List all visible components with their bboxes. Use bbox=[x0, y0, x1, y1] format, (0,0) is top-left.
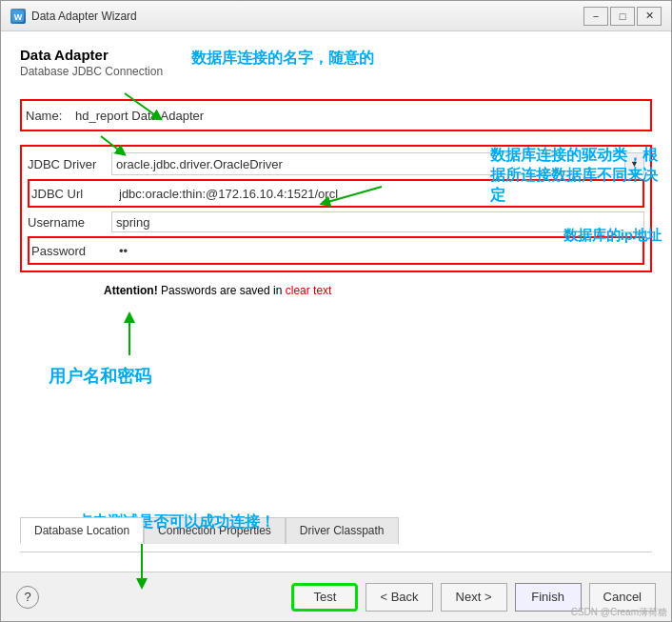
password-row: Password bbox=[28, 236, 644, 265]
password-label: Password bbox=[31, 244, 108, 258]
window-controls: − □ ✕ bbox=[583, 7, 662, 26]
app-icon: W bbox=[10, 9, 26, 24]
title-bar-left: W Data Adapter Wizard bbox=[10, 9, 137, 24]
tab-driver-classpath[interactable]: Driver Classpath bbox=[286, 517, 399, 544]
annotation-driver: 数据库连接的驱动类，根据所连接数据库不同来决定 bbox=[490, 146, 662, 206]
watermark: CSDN @Cream薄荷糖 bbox=[571, 606, 667, 619]
tabs-divider bbox=[20, 552, 652, 552]
tabs-section: Database Location Connection Properties … bbox=[20, 498, 652, 544]
username-label: Username bbox=[28, 215, 104, 230]
attention-text: Passwords are saved in bbox=[161, 284, 286, 297]
attention-highlight: clear text bbox=[286, 284, 332, 297]
next-button[interactable]: Next > bbox=[441, 583, 507, 612]
close-button[interactable]: ✕ bbox=[637, 7, 662, 26]
help-button[interactable]: ? bbox=[16, 586, 39, 609]
annotation-credentials: 用户名和密码 bbox=[49, 365, 151, 388]
annotation-name: 数据库连接的名字，随意的 bbox=[191, 49, 374, 69]
title-bar: W Data Adapter Wizard − □ ✕ bbox=[1, 1, 671, 31]
username-row: Username bbox=[28, 211, 644, 232]
arrow-password bbox=[110, 308, 158, 365]
minimize-button[interactable]: − bbox=[583, 7, 608, 26]
svg-text:W: W bbox=[14, 12, 23, 22]
password-input[interactable] bbox=[115, 240, 641, 261]
main-window: W Data Adapter Wizard − □ ✕ Data Adapter… bbox=[0, 0, 672, 622]
maximize-button[interactable]: □ bbox=[610, 7, 635, 26]
name-input[interactable] bbox=[71, 105, 646, 126]
back-button[interactable]: < Back bbox=[366, 583, 432, 612]
name-label: Name: bbox=[26, 109, 64, 123]
dialog-content: Data Adapter Database JDBC Connection 数据… bbox=[1, 31, 671, 572]
tab-database-location[interactable]: Database Location bbox=[20, 517, 144, 544]
annotation-ip: 数据库的ip地址 bbox=[563, 227, 662, 245]
window-title: Data Adapter Wizard bbox=[31, 10, 137, 23]
jdbc-driver-label: JDBC Driver bbox=[28, 157, 104, 171]
attention-section: Attention! Passwords are saved in clear … bbox=[104, 284, 652, 297]
attention-prefix: Attention! bbox=[104, 284, 158, 297]
jdbc-url-label: JDBC Url bbox=[31, 187, 108, 201]
name-group: Name: bbox=[20, 99, 652, 131]
test-button[interactable]: Test bbox=[291, 583, 358, 612]
